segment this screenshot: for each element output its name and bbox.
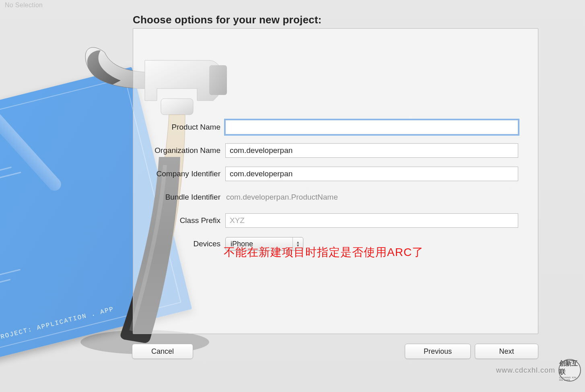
devices-label: Devices [142,239,225,248]
product-name-input[interactable] [225,120,518,134]
cancel-button[interactable]: Cancel [132,344,193,359]
organization-name-row: Organization Name [142,142,521,159]
bundle-identifier-value: com.developerpan.ProductName [225,193,338,201]
arc-annotation-text: 不能在新建项目时指定是否使用ARC了 [224,245,424,260]
class-prefix-row: Class Prefix [142,213,521,229]
class-prefix-label: Class Prefix [142,216,225,225]
blueprint-project-label: PROJECT: APPLICATION . APP [0,305,115,342]
window-title: No Selection [5,2,43,9]
company-identifier-label: Company Identifier [142,169,225,178]
watermark-logo-icon: 创新互联 CHUANG XIN HU LIAN [558,359,581,382]
bundle-identifier-label: Bundle Identifier [142,193,225,202]
organization-name-label: Organization Name [142,146,225,155]
project-options-form: Product Name Organization Name Company I… [142,119,521,259]
next-button[interactable]: Next [475,344,538,359]
page-heading: Choose options for your new project: [133,14,321,26]
bundle-identifier-row: Bundle Identifier com.developerpan.Produ… [142,189,521,205]
company-identifier-input[interactable] [225,167,518,181]
class-prefix-input[interactable] [225,213,518,228]
previous-button[interactable]: Previous [405,344,471,359]
watermark: www.cdcxhl.com 创新互联 CHUANG XIN HU LIAN [496,359,581,382]
organization-name-input[interactable] [225,143,518,158]
company-identifier-row: Company Identifier [142,166,521,182]
watermark-url: www.cdcxhl.com [496,366,555,375]
product-name-row: Product Name [142,119,521,135]
product-name-label: Product Name [142,123,225,132]
